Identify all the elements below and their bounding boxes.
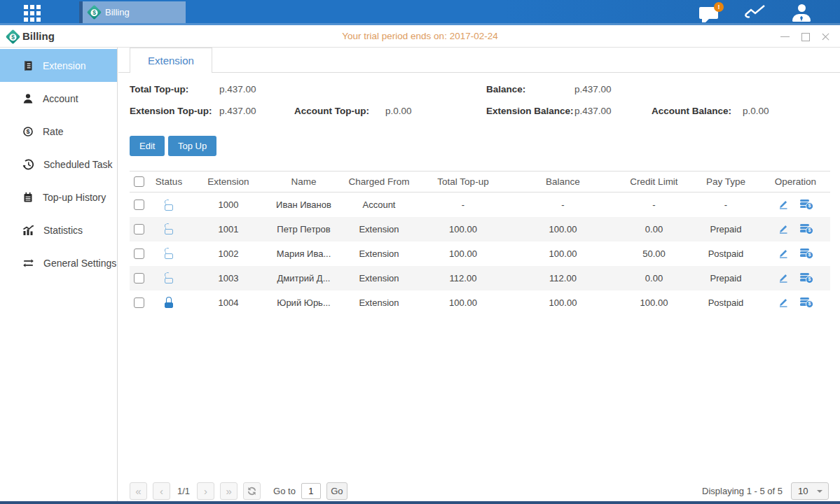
prev-page-button[interactable]: ‹ (153, 482, 170, 500)
notification-badge: ! (714, 2, 724, 12)
person-icon (22, 93, 34, 104)
cell-extension: 1000 (190, 192, 267, 217)
cell-name: Дмитрий Д... (267, 266, 340, 290)
bar-chart-icon (22, 225, 34, 236)
notifications-button[interactable]: ! (699, 7, 718, 19)
row-checkbox[interactable] (134, 273, 144, 284)
row-checkbox[interactable] (134, 200, 144, 210)
account-topup-label: Account Top-up: (294, 106, 369, 116)
bottom-edge-bar (0, 501, 840, 504)
status-lock-icon[interactable] (163, 297, 174, 308)
sidebar-item-label: Statistics (43, 225, 83, 236)
goto-page-input[interactable] (301, 483, 321, 499)
topbar-tab-billing[interactable]: $ Billing (79, 1, 186, 23)
maximize-icon[interactable] (801, 32, 810, 41)
edit-row-icon[interactable] (778, 199, 789, 210)
sidebar-item-topup-history[interactable]: Top-up History (0, 181, 117, 214)
goto-label: Go to (273, 486, 296, 496)
row-checkbox[interactable] (134, 248, 144, 259)
extension-balance-label: Extension Balance: (486, 106, 574, 116)
svg-text:$: $ (26, 128, 29, 135)
next-page-button[interactable]: › (197, 482, 214, 500)
cell-name: Юрий Юрь... (267, 290, 340, 315)
row-checkbox[interactable] (134, 224, 144, 234)
cell-balance: - (509, 192, 617, 217)
col-balance: Balance (509, 172, 617, 192)
app-launcher-grid-icon[interactable] (24, 5, 41, 22)
tab-extension[interactable]: Extension (130, 48, 212, 73)
cell-total-topup: 100.00 (418, 290, 509, 315)
cell-charged-from: Extension (340, 241, 418, 266)
displaying-text: Displaying 1 - 5 of 5 (702, 486, 783, 496)
extension-topup-value: p.437.00 (219, 106, 256, 116)
main-content: Extension Total Top-up: p.437.00 Balance… (118, 48, 840, 501)
col-extension: Extension (190, 172, 267, 192)
billing-app-icon: $ (87, 5, 102, 20)
sidebar-item-scheduled-task[interactable]: Scheduled Task (0, 148, 117, 181)
status-lock-icon[interactable] (163, 223, 174, 234)
minimize-icon[interactable] (780, 32, 790, 41)
history-clock-icon (22, 159, 34, 170)
cell-extension: 1003 (190, 266, 267, 290)
page-size-value: 10 (798, 486, 808, 496)
edit-row-icon[interactable] (778, 248, 789, 259)
table-row: 1000 Иван Иванов Account - - - - $ (130, 192, 830, 217)
sidebar-item-account[interactable]: Account (0, 82, 117, 115)
col-credit-limit: Credit Limit (617, 172, 691, 192)
window-controls (780, 25, 830, 48)
resource-monitor-button[interactable] (743, 3, 767, 22)
cell-total-topup: 100.00 (418, 217, 509, 241)
close-icon[interactable] (821, 32, 830, 41)
topup-row-icon[interactable]: $ (800, 297, 813, 308)
sidebar: Extension Account $ Rate Scheduled Task … (0, 48, 118, 501)
cell-credit-limit: 100.00 (617, 290, 691, 315)
status-lock-icon[interactable] (163, 248, 174, 259)
sidebar-item-rate[interactable]: $ Rate (0, 115, 117, 148)
status-lock-icon[interactable] (163, 272, 174, 284)
edit-row-icon[interactable] (778, 272, 789, 284)
edit-row-icon[interactable] (778, 297, 789, 308)
total-topup-value: p.437.00 (219, 84, 256, 94)
cell-name: Иван Иванов (267, 192, 340, 217)
topup-row-icon[interactable]: $ (800, 199, 813, 210)
cell-name: Мария Ива... (267, 241, 340, 266)
table-row: 1004 Юрий Юрь... Extension 100.00 100.00… (130, 290, 830, 315)
topup-row-icon[interactable]: $ (800, 272, 813, 284)
sidebar-item-general-settings[interactable]: General Settings (0, 246, 117, 279)
cell-charged-from: Account (340, 192, 418, 217)
topbar-icons: ! (699, 0, 811, 25)
select-all-checkbox[interactable] (134, 176, 144, 187)
col-status: Status (148, 172, 190, 192)
refresh-button[interactable] (243, 482, 261, 500)
edit-row-icon[interactable] (778, 223, 789, 234)
cell-credit-limit: 50.00 (617, 241, 691, 266)
status-lock-icon[interactable] (163, 200, 174, 211)
topup-row-icon[interactable]: $ (800, 248, 813, 259)
cell-charged-from: Extension (340, 290, 418, 315)
notepad-icon (22, 192, 34, 203)
page-size-dropdown[interactable]: 10 (791, 482, 829, 500)
cell-extension: 1002 (190, 241, 267, 266)
topup-button[interactable]: Top Up (168, 136, 216, 156)
cell-name: Петр Петров (267, 217, 340, 241)
sidebar-item-statistics[interactable]: Statistics (0, 214, 117, 246)
user-account-button[interactable] (792, 4, 811, 22)
table-row: 1002 Мария Ива... Extension 100.00 100.0… (130, 241, 830, 266)
last-page-button[interactable]: » (220, 482, 237, 500)
cell-charged-from: Extension (340, 217, 418, 241)
col-total-topup: Total Top-up (418, 172, 509, 192)
trial-notice: Your trial period ends on: 2017-02-24 (0, 31, 840, 41)
sidebar-item-extension[interactable]: Extension (0, 49, 117, 82)
table-row: 1003 Дмитрий Д... Extension 112.00 112.0… (130, 266, 830, 290)
first-page-button[interactable]: « (130, 482, 147, 500)
col-pay-type: Pay Type (691, 172, 761, 192)
edit-button[interactable]: Edit (130, 136, 165, 156)
go-button[interactable]: Go (326, 482, 347, 500)
tab-bar: Extension (118, 48, 840, 73)
window-titlebar: $ Billing Your trial period ends on: 201… (0, 25, 840, 48)
topbar-tab-label: Billing (105, 7, 130, 18)
table-row: 1001 Петр Петров Extension 100.00 100.00… (130, 217, 830, 241)
sidebar-item-label: Top-up History (43, 192, 106, 203)
topup-row-icon[interactable]: $ (800, 223, 813, 234)
row-checkbox[interactable] (134, 298, 144, 308)
